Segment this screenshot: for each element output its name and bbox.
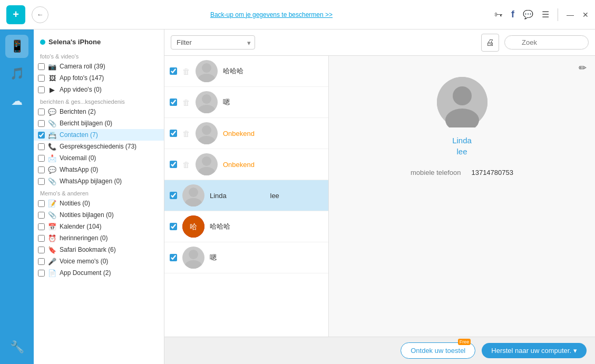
app-fotos-label: App foto's (147) — [60, 74, 104, 82]
contact-avatar — [196, 91, 218, 113]
device-header: Selena's iPhone — [34, 36, 164, 50]
contacten-label: Contacten (7) — [60, 131, 98, 139]
back-button[interactable]: ← — [32, 6, 48, 23]
facebook-icon[interactable]: f — [511, 9, 514, 20]
delete-icon[interactable]: 🗑 — [182, 129, 190, 138]
field-label: mobiele telefoon — [411, 169, 461, 176]
contact-row[interactable]: 嗯 — [164, 242, 328, 273]
tree-item-voicemail[interactable]: 📩 Voicemail (0) — [34, 152, 164, 164]
contact-checkbox[interactable] — [170, 67, 177, 75]
nav-cloud-icon[interactable]: ☁ — [5, 90, 28, 113]
herinneringen-label: herinneringen (0) — [60, 234, 108, 242]
app-document-checkbox[interactable] — [38, 270, 45, 277]
app-videos-label: App video's (0) — [60, 86, 102, 93]
contacten-checkbox[interactable] — [38, 132, 45, 139]
kalender-checkbox[interactable] — [38, 223, 45, 230]
app-fotos-checkbox[interactable] — [38, 75, 45, 82]
delete-icon[interactable]: 🗑 — [182, 160, 190, 169]
gesprekken-checkbox[interactable] — [38, 143, 45, 150]
contact-checkbox[interactable] — [170, 161, 177, 168]
tree-item-app-document[interactable]: 📄 App Document (2) — [34, 267, 164, 279]
notities-checkbox[interactable] — [38, 200, 45, 207]
icon-sidebar: 📱 🎵 ☁ 🔧 — [0, 29, 34, 364]
tree-item-notities[interactable]: 📝 Notities (0) — [34, 198, 164, 209]
tree-item-whatsapp[interactable]: 💬 WhatsApp (0) — [34, 164, 164, 175]
delete-icon[interactable]: 🗑 — [182, 67, 190, 76]
content-toolbar: Filter 🖨 — [164, 29, 595, 56]
contact-checkbox[interactable] — [170, 223, 177, 230]
tree-item-gesprekken[interactable]: 📞 Gespreksgeschiedenis (73) — [34, 141, 164, 152]
whatsapp-bijlagen-icon: 📎 — [48, 177, 56, 185]
contact-avatar — [182, 247, 204, 269]
contact-row[interactable]: 🗑 嗯 — [164, 87, 328, 118]
delete-icon[interactable]: 🗑 — [182, 98, 190, 107]
camera-roll-checkbox[interactable] — [38, 63, 45, 70]
notities-label: Notities (0) — [60, 200, 90, 207]
contact-checkbox[interactable] — [170, 254, 177, 261]
tree-item-herinneringen[interactable]: ⏰ herinneringen (0) — [34, 232, 164, 244]
tree-item-app-videos[interactable]: ▶ App video's (0) — [34, 84, 164, 95]
search-input[interactable] — [504, 35, 589, 50]
herinneringen-checkbox[interactable] — [38, 235, 45, 242]
edit-button[interactable]: ✏ — [579, 62, 587, 74]
chat-icon[interactable]: 💬 — [523, 9, 533, 19]
tree-item-bericht-bijlagen[interactable]: 📎 Bericht bijlagen (0) — [34, 117, 164, 129]
tree-item-kalender[interactable]: 📅 Kalender (104) — [34, 221, 164, 232]
contact-row-selected[interactable]: Linda lee — [164, 180, 328, 211]
bijlagen-icon: 📎 — [48, 119, 56, 127]
tree-item-voice-memos[interactable]: 🎤 Voice memo's (0) — [34, 255, 164, 267]
print-button[interactable]: 🖨 — [481, 34, 499, 52]
nav-tools-icon[interactable]: 🔧 — [5, 336, 28, 359]
split-content: 🗑 哈哈哈 🗑 嗯 — [164, 56, 595, 337]
voicemail-checkbox[interactable] — [38, 155, 45, 162]
device-indicator — [40, 40, 45, 45]
safari-label: Safari Bookmark (6) — [60, 246, 116, 253]
tree-item-whatsapp-bijlagen[interactable]: 📎 WhatsApp bijlagen (0) — [34, 175, 164, 187]
app-videos-checkbox[interactable] — [38, 86, 45, 93]
contact-row[interactable]: 🗑 Onbekend — [164, 149, 328, 180]
detail-name-first: Linda — [452, 136, 472, 145]
restore-button[interactable]: Herstel naar uw computer. ▾ — [482, 343, 587, 358]
whatsapp-checkbox[interactable] — [38, 166, 45, 173]
key-icon[interactable]: 🗝 — [494, 10, 503, 19]
voice-memos-icon: 🎤 — [48, 257, 56, 265]
contact-row[interactable]: 🗑 Onbekend — [164, 118, 328, 149]
tree-item-notities-bijlagen[interactable]: 📎 Notities bijlagen (0) — [34, 209, 164, 221]
contact-checkbox[interactable] — [170, 192, 177, 199]
gesprekken-label: Gespreksgeschiedenis (73) — [60, 143, 136, 150]
tree-item-safari[interactable]: 🔖 Safari Bookmark (6) — [34, 244, 164, 255]
nav-music-icon[interactable]: 🎵 — [5, 62, 28, 85]
backup-link[interactable]: Back-up om je gegevens te beschermen >> — [55, 11, 488, 18]
voice-memos-label: Voice memo's (0) — [60, 258, 108, 265]
voicemail-label: Voicemail (0) — [60, 154, 96, 162]
nav-phone-icon[interactable]: 📱 — [5, 35, 28, 58]
tree-item-contacten[interactable]: 📇 Contacten (7) — [34, 129, 164, 141]
contact-row[interactable]: 哈 哈哈哈 — [164, 211, 328, 242]
bericht-bijlagen-label: Bericht bijlagen (0) — [60, 120, 112, 127]
voice-memos-checkbox[interactable] — [38, 258, 45, 265]
berichten-checkbox[interactable] — [38, 109, 45, 115]
restore-arrow: ▾ — [573, 347, 577, 355]
tree-item-camera-roll[interactable]: 📷 Camera roll (39) — [34, 61, 164, 72]
filter-select[interactable]: Filter — [171, 35, 255, 50]
camera-roll-label: Camera roll (39) — [60, 63, 105, 70]
minimize-button[interactable]: — — [567, 11, 574, 19]
discover-button[interactable]: Free Ontdek uw toestel — [401, 342, 475, 359]
whatsapp-bijlagen-checkbox[interactable] — [38, 178, 45, 185]
bottom-bar: Free Ontdek uw toestel Herstel naar uw c… — [164, 337, 595, 364]
svg-point-7 — [198, 167, 215, 175]
bericht-bijlagen-checkbox[interactable] — [38, 120, 45, 127]
contact-name: 哈哈哈 — [223, 66, 323, 76]
tree-item-app-fotos[interactable]: 🖼 App foto's (147) — [34, 72, 164, 84]
menu-icon[interactable]: ☰ — [542, 9, 549, 19]
svg-point-4 — [202, 125, 211, 135]
close-button[interactable]: ✕ — [582, 11, 589, 19]
contact-avatar — [182, 184, 204, 206]
contact-checkbox[interactable] — [170, 130, 177, 137]
safari-checkbox[interactable] — [38, 247, 45, 253]
notities-bijlagen-checkbox[interactable] — [38, 212, 45, 219]
tree-item-berichten[interactable]: 💬 Berichten (2) — [34, 106, 164, 117]
fotos-icon: 🖼 — [48, 74, 56, 82]
contact-checkbox[interactable] — [170, 99, 177, 106]
contact-row[interactable]: 🗑 哈哈哈 — [164, 56, 328, 87]
